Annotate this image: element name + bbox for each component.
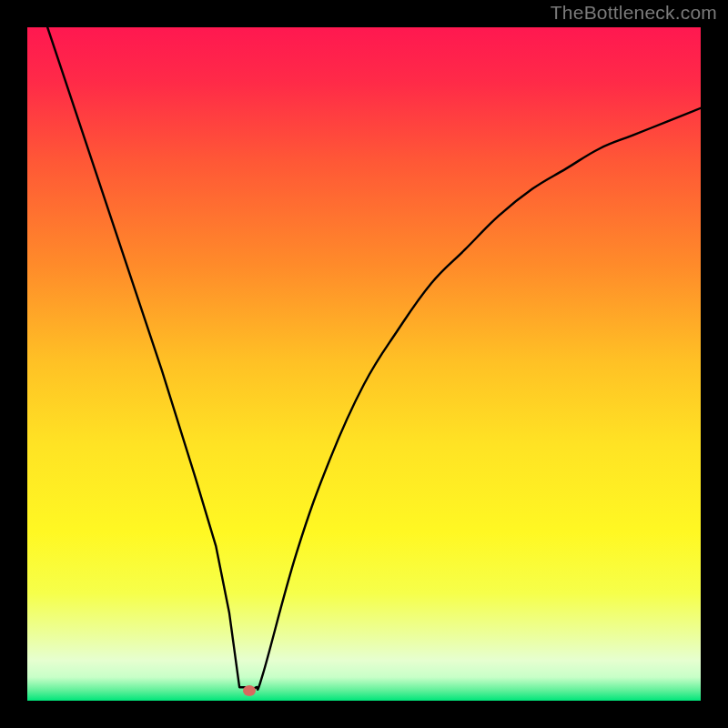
plot-area	[27, 27, 701, 701]
bottleneck-curve	[27, 27, 701, 701]
chart-frame: TheBottleneck.com	[0, 0, 728, 728]
watermark-text: TheBottleneck.com	[551, 2, 717, 24]
optimal-point-marker	[243, 685, 256, 696]
